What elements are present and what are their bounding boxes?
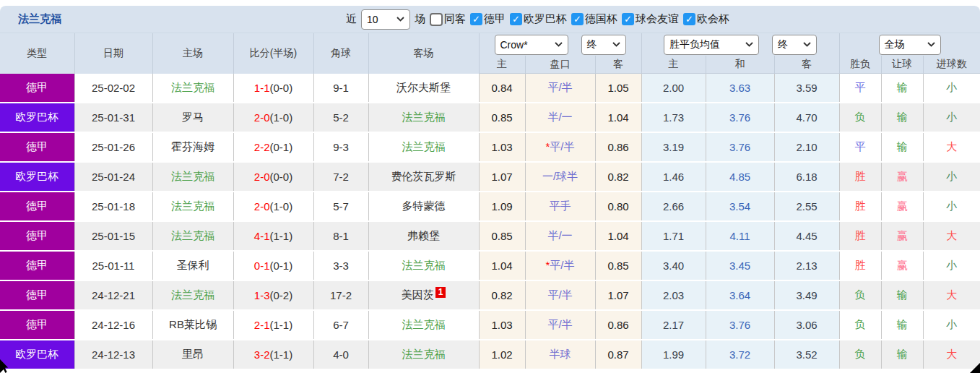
avg-away-cell: 2.55 — [774, 192, 839, 221]
league-filter[interactable]: 欧罗巴杯 — [510, 12, 567, 26]
col-header-score: 比分(半场) — [233, 33, 313, 74]
home-team-link[interactable]: 法兰克福 — [171, 81, 214, 93]
subcol-odds-away: 客 — [595, 56, 641, 74]
league-filter[interactable]: 球会友谊 — [622, 12, 679, 26]
fulltime-score: 3-2 — [254, 348, 270, 361]
avg-away-cell: 4.70 — [774, 103, 839, 132]
odds-away-cell: 0.85 — [595, 251, 641, 280]
goals-result-cell: 大 — [923, 221, 980, 251]
checkbox-icon[interactable] — [571, 13, 584, 25]
matches-label: 场 — [415, 12, 425, 26]
away-team-link[interactable]: 法兰克福 — [402, 111, 446, 123]
home-team-link[interactable]: 法兰克福 — [171, 170, 214, 182]
wdl-result-cell: 平 — [839, 74, 881, 103]
home-team-link[interactable]: 法兰克福 — [171, 288, 214, 301]
avg-draw-cell: 4.85 — [706, 162, 774, 192]
fulltime-score: 4-1 — [254, 230, 270, 242]
corner-cell: 6-7 — [313, 310, 368, 340]
league-filter[interactable]: 欧会杯 — [683, 12, 729, 26]
home-team-link[interactable]: 法兰克福 — [171, 229, 214, 241]
odds-away-cell: 1.05 — [595, 74, 641, 103]
league-filter-label: 德国杯 — [585, 12, 617, 26]
corner-cell: 7-2 — [313, 162, 368, 192]
checkbox-icon[interactable] — [683, 13, 695, 25]
result-group-header: 全场 — [839, 33, 980, 56]
home-team-link[interactable]: 罗马 — [182, 111, 204, 123]
checkbox-icon[interactable] — [470, 13, 482, 25]
away-team-link[interactable]: 法兰克福 — [402, 140, 446, 153]
col-header-corner: 角球 — [313, 33, 368, 74]
away-team-cell: 多特蒙德 — [368, 192, 479, 221]
away-team-cell: 弗赖堡 — [368, 221, 479, 251]
avg-type-select[interactable]: 胜平负均值 — [664, 35, 759, 55]
avg-draw-cell: 4.11 — [706, 221, 774, 251]
table-row: 德甲 25-02-02 法兰克福 1-1(0-0) 9-1 沃尔夫斯堡 0.84… — [0, 74, 980, 103]
score-cell: 4-1(1-1) — [233, 221, 313, 251]
league-filter[interactable]: 德甲 — [470, 12, 506, 26]
league-type-cell: 欧罗巴杯 — [0, 103, 74, 132]
home-team-link[interactable]: RB莱比锡 — [169, 318, 217, 330]
subcol-wdl: 胜负 — [839, 56, 881, 74]
odds-company-select[interactable]: Crow* — [495, 35, 568, 55]
away-team-link[interactable]: 沃尔夫斯堡 — [396, 81, 451, 93]
scope-select[interactable]: 全场 — [879, 35, 941, 55]
checkbox-icon[interactable] — [430, 13, 443, 26]
home-team-link[interactable]: 法兰克福 — [171, 200, 214, 212]
checkbox-icon[interactable] — [622, 13, 634, 25]
date-cell: 24-12-21 — [74, 280, 152, 310]
goals-result-cell: 大 — [923, 280, 980, 310]
date-cell: 25-01-11 — [74, 251, 152, 280]
checkbox-icon[interactable] — [510, 13, 522, 25]
odds-time-select[interactable]: 终 — [581, 35, 626, 55]
halftime-score: (1-1) — [270, 348, 293, 361]
handicap-result-cell: 赢 — [881, 162, 923, 192]
handicap-result-cell: 输 — [881, 103, 923, 132]
avg-draw-cell: 3.76 — [706, 103, 774, 132]
odds-home-cell: 1.04 — [479, 251, 525, 280]
avg-home-cell: 2.66 — [641, 192, 706, 221]
table-row: 欧罗巴杯 25-01-31 罗马 2-0(1-0) 5-2 法兰克福 0.85 … — [0, 103, 980, 132]
recent-count-select[interactable]: 10 — [361, 9, 410, 30]
avg-away-cell: 6.18 — [774, 162, 839, 192]
handicap-result-cell: 输 — [881, 310, 923, 340]
filter-controls: 近 10 场 同客 德甲 欧罗巴杯 — [346, 9, 729, 30]
same-opponent-filter[interactable]: 同客 — [430, 12, 466, 26]
halftime-score: (0-1) — [270, 260, 293, 272]
home-team-link[interactable]: 里昂 — [182, 348, 204, 360]
date-cell: 25-01-15 — [74, 221, 152, 251]
home-team-cell: 罗马 — [152, 103, 233, 132]
wdl-result-cell: 负 — [839, 310, 881, 340]
home-team-link[interactable]: 霍芬海姆 — [171, 140, 214, 153]
league-type-cell: 欧罗巴杯 — [0, 162, 74, 192]
away-team-link[interactable]: 美因茨 — [402, 288, 434, 301]
league-filter[interactable]: 德国杯 — [571, 12, 617, 26]
halftime-score: (1-1) — [270, 230, 293, 242]
away-team-link[interactable]: 法兰克福 — [402, 348, 446, 360]
away-team-link[interactable]: 多特蒙德 — [402, 200, 446, 212]
home-team-cell: 圣保利 — [152, 251, 233, 280]
fulltime-score: 1-1 — [254, 82, 270, 94]
avg-away-cell: 3.06 — [774, 310, 839, 340]
away-team-link[interactable]: 费伦茨瓦罗斯 — [391, 170, 456, 182]
score-cell: 2-2(0-1) — [233, 132, 313, 162]
away-team-link[interactable]: 法兰克福 — [402, 318, 446, 330]
away-team-cell: 费伦茨瓦罗斯 — [368, 162, 479, 192]
subcol-handicap-result: 让球 — [881, 56, 923, 74]
home-team-cell: 里昂 — [152, 340, 233, 369]
recent-label: 近 — [346, 12, 357, 26]
table-row: 欧罗巴杯 25-01-24 法兰克福 2-0(0-0) 7-2 费伦茨瓦罗斯 1… — [0, 162, 980, 192]
avg-time-select[interactable]: 终 — [772, 35, 817, 55]
odds-home-cell: 1.09 — [479, 192, 525, 221]
halftime-score: (0-1) — [270, 141, 293, 153]
odds-away-cell: 0.86 — [595, 132, 641, 162]
wdl-result-cell: 负 — [839, 280, 881, 310]
away-team-link[interactable]: 法兰克福 — [402, 259, 446, 271]
away-team-link[interactable]: 弗赖堡 — [407, 229, 440, 241]
avg-draw-cell: 3.54 — [706, 192, 774, 221]
avg-draw-cell: 3.76 — [706, 132, 774, 162]
odds-home-cell: 1.02 — [479, 340, 525, 369]
fulltime-score: 0-1 — [254, 260, 270, 272]
home-team-link[interactable]: 圣保利 — [177, 259, 209, 271]
handicap-cell: 平/半 — [525, 74, 595, 103]
goals-result-cell: 小 — [923, 74, 980, 103]
